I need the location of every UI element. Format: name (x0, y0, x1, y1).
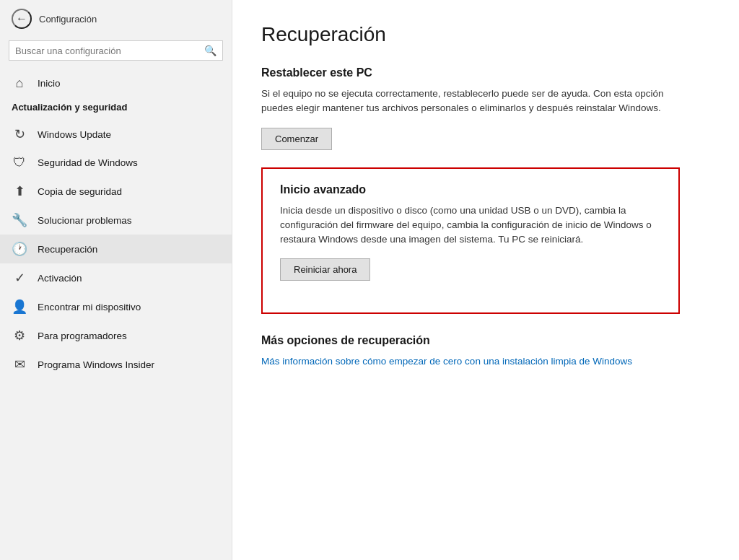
page-title: Recuperación (261, 23, 710, 46)
sidebar-item-home[interactable]: ⌂ Inicio (0, 69, 232, 97)
home-icon: ⌂ (12, 76, 27, 91)
section-title: Actualización y seguridad (0, 97, 232, 120)
sidebar-item-home-label: Inicio (38, 78, 61, 89)
reset-heading: Restablecer este PC (261, 66, 710, 79)
sidebar-item-recovery[interactable]: 🕐 Recuperación (0, 235, 232, 263)
more-options-heading: Más opciones de recuperación (261, 334, 710, 347)
app-title: Configuración (39, 14, 97, 25)
reset-description: Si el equipo no se ejecuta correctamente… (261, 87, 665, 116)
back-button[interactable]: ← (12, 9, 32, 29)
sidebar-item-backup-label: Copia de seguridad (38, 186, 122, 197)
sidebar-item-find-device-label: Encontrar mi dispositivo (38, 302, 141, 312)
sidebar-item-insider-label: Programa Windows Insider (38, 359, 154, 370)
sidebar-item-developers-label: Para programadores (38, 331, 127, 341)
more-options-section: Más opciones de recuperación Más informa… (261, 334, 710, 369)
troubleshoot-icon: 🔧 (12, 212, 27, 228)
advanced-startup-box: Inicio avanzado Inicia desde un disposit… (261, 167, 680, 315)
recovery-icon: 🕐 (12, 241, 27, 257)
reset-section: Restablecer este PC Si el equipo no se e… (261, 66, 710, 167)
search-box: 🔍 (9, 40, 223, 61)
windows-update-icon: ↻ (12, 126, 27, 142)
comenzar-button[interactable]: Comenzar (261, 128, 332, 150)
advanced-description: Inicia desde un dispositivo o disco (com… (280, 204, 661, 248)
find-device-icon: 👤 (12, 299, 27, 315)
shield-icon: 🛡 (12, 155, 27, 170)
developers-icon: ⚙ (12, 328, 27, 344)
backup-icon: ⬆ (12, 183, 27, 199)
insider-icon: ✉ (12, 356, 27, 372)
sidebar-item-recovery-label: Recuperación (38, 244, 97, 255)
sidebar-header: ← Configuración (0, 0, 232, 38)
sidebar-item-troubleshoot-label: Solucionar problemas (38, 215, 132, 226)
main-content: Recuperación Restablecer este PC Si el e… (232, 0, 739, 560)
sidebar-item-windows-update-label: Windows Update (38, 129, 111, 140)
search-icon: 🔍 (204, 45, 217, 56)
sidebar: ← Configuración 🔍 ⌂ Inicio Actualización… (0, 0, 232, 560)
sidebar-item-backup[interactable]: ⬆ Copia de seguridad (0, 177, 232, 206)
sidebar-item-developers[interactable]: ⚙ Para programadores (0, 321, 232, 350)
sidebar-item-insider[interactable]: ✉ Programa Windows Insider (0, 350, 232, 379)
reiniciar-ahora-button[interactable]: Reiniciar ahora (280, 258, 370, 281)
sidebar-item-activation[interactable]: ✓ Activación (0, 263, 232, 292)
sidebar-item-activation-label: Activación (38, 273, 82, 284)
sidebar-item-troubleshoot[interactable]: 🔧 Solucionar problemas (0, 206, 232, 235)
clean-install-link[interactable]: Más información sobre cómo empezar de ce… (261, 354, 632, 369)
sidebar-item-find-device[interactable]: 👤 Encontrar mi dispositivo (0, 292, 232, 321)
search-input[interactable] (15, 45, 200, 56)
activation-icon: ✓ (12, 270, 27, 286)
sidebar-item-security[interactable]: 🛡 Seguridad de Windows (0, 149, 232, 177)
sidebar-item-windows-update[interactable]: ↻ Windows Update (0, 120, 232, 149)
advanced-heading: Inicio avanzado (280, 183, 661, 196)
sidebar-item-security-label: Seguridad de Windows (38, 157, 138, 168)
